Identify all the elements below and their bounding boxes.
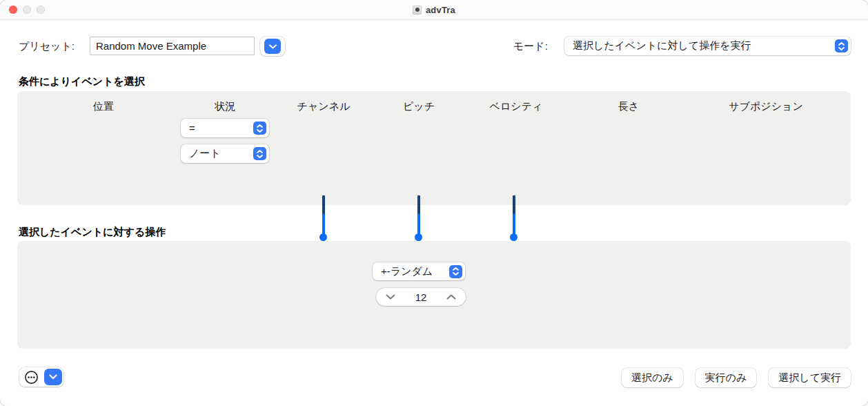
stepper-increment-button[interactable] bbox=[445, 290, 457, 304]
window-title: advTra bbox=[426, 5, 455, 15]
connector-dot bbox=[319, 233, 327, 241]
zoom-button bbox=[37, 6, 45, 14]
column-header-velocity: ベロシティ bbox=[490, 100, 543, 113]
column-header-position: 位置 bbox=[93, 100, 114, 113]
conditions-panel: 位置 状況 チャンネル ピッチ ベロシティ 長さ サブポジション = ノート bbox=[17, 91, 851, 205]
chevron-up-down-icon bbox=[835, 39, 848, 52]
pitch-amount-stepper[interactable]: 12 bbox=[376, 288, 466, 306]
stepper-decrement-button[interactable] bbox=[384, 290, 397, 304]
column-header-status: 状況 bbox=[215, 100, 235, 113]
column-header-subposition: サブポジション bbox=[729, 100, 802, 113]
mode-popup[interactable]: 選択したイベントに対して操作を実行 bbox=[564, 37, 851, 55]
preset-menu-button[interactable] bbox=[260, 37, 285, 56]
operations-panel: +-ランダム 12 bbox=[17, 241, 851, 349]
select-and-operate-button[interactable]: 選択して実行 bbox=[769, 368, 851, 387]
operate-only-button[interactable]: 実行のみ bbox=[696, 368, 757, 387]
close-button[interactable] bbox=[9, 6, 17, 14]
mode-popup-value: 選択したイベントに対して操作を実行 bbox=[564, 39, 851, 52]
more-options-button[interactable] bbox=[19, 367, 63, 387]
column-header-channel: チャンネル bbox=[297, 100, 351, 113]
document-icon bbox=[413, 6, 422, 14]
status-event-type-popup[interactable]: ノート bbox=[181, 144, 269, 163]
select-only-button[interactable]: 選択のみ bbox=[622, 368, 683, 387]
title-bar: advTra bbox=[0, 0, 868, 20]
transform-window: advTra プリセット: モード: 選択したイベントに対して操作を実行 条件に… bbox=[0, 0, 868, 406]
column-header-length: 長さ bbox=[618, 100, 639, 113]
column-header-pitch: ピッチ bbox=[403, 100, 435, 113]
chevron-up-down-icon bbox=[449, 265, 462, 278]
chevron-down-icon bbox=[44, 369, 62, 385]
pitch-operation-popup[interactable]: +-ランダム bbox=[373, 262, 465, 280]
footer-action-buttons: 選択のみ 実行のみ 選択して実行 bbox=[622, 368, 851, 387]
connector-dot bbox=[510, 233, 517, 241]
mode-label: モード: bbox=[513, 40, 548, 53]
chevron-down-icon bbox=[264, 39, 281, 54]
operate-section-title: 選択したイベントに対する操作 bbox=[19, 226, 166, 239]
pitch-amount-value[interactable]: 12 bbox=[415, 291, 427, 303]
chevron-up-down-icon bbox=[253, 147, 266, 160]
select-section-title: 条件によりイベントを選択 bbox=[19, 75, 145, 88]
preset-input[interactable] bbox=[90, 37, 255, 55]
connector-dot bbox=[415, 233, 422, 241]
ellipsis-circle-icon bbox=[23, 369, 39, 385]
chevron-up-down-icon bbox=[253, 122, 266, 135]
preset-label: プリセット: bbox=[19, 40, 75, 53]
status-operator-popup[interactable]: = bbox=[181, 119, 269, 137]
window-title-group: advTra bbox=[413, 0, 455, 19]
minimize-button bbox=[23, 6, 31, 14]
